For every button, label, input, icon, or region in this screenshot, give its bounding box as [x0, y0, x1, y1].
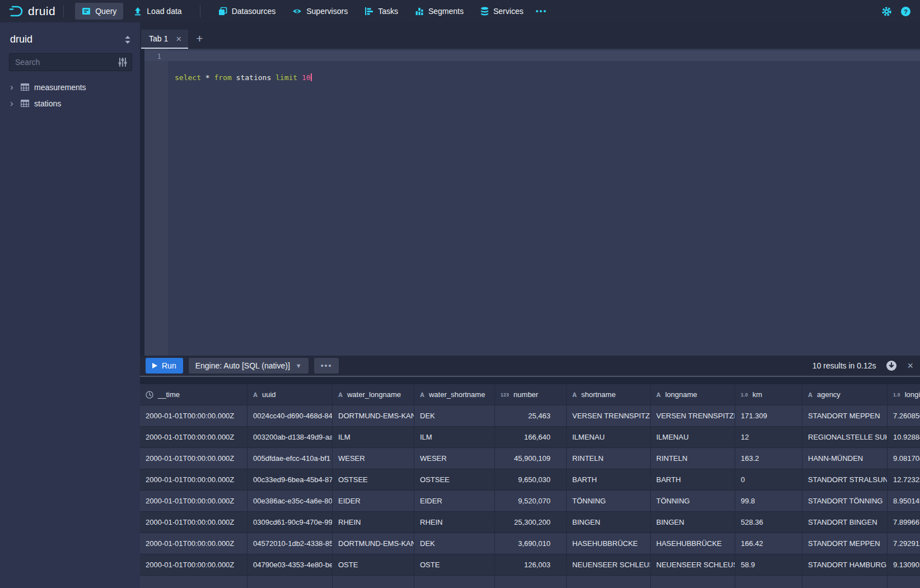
close-results-icon[interactable]: ×	[907, 361, 913, 371]
cell-water_shortname[interactable]: DEK	[414, 533, 495, 554]
sidebar-item-stations[interactable]: › stations	[9, 95, 132, 111]
sql-editor[interactable]: 1 select * from stations limit 10	[144, 49, 920, 356]
column-header-uuid[interactable]: Auuid	[247, 384, 333, 405]
run-button[interactable]: Run	[146, 358, 183, 374]
cell-__time[interactable]: 2000-01-01T00:00:00.000Z	[140, 554, 247, 576]
cell-km[interactable]: 58.9	[735, 554, 802, 576]
cell-longname[interactable]: NEUENSEER SCHLEUSEN	[651, 554, 735, 576]
cell-water_longname[interactable]: EIDER	[333, 491, 414, 512]
cell-shortname[interactable]: ILMENAU	[567, 427, 651, 448]
cell-agency[interactable]: STANDORT MEPPEN	[802, 533, 888, 554]
nav-item-services[interactable]: Services	[474, 3, 530, 20]
cell-longname[interactable]: RINTELN	[651, 448, 735, 469]
cell-__time[interactable]: 2000-01-01T00:00:00.000Z	[140, 448, 247, 469]
cell-uuid[interactable]: 0309cd61-90c9-470e-99	[247, 512, 333, 533]
cell-km[interactable]: 12	[735, 427, 802, 448]
cell-agency[interactable]: STANDORT MEPPEN	[802, 405, 888, 427]
cell-water_longname[interactable]: OSTSEE	[333, 469, 414, 491]
nav-item-tasks[interactable]: Tasks	[358, 3, 405, 20]
engine-select-button[interactable]: Engine: Auto [SQL (native)] ▼	[189, 358, 309, 374]
cell-longitude[interactable]: 7.260850	[888, 405, 920, 427]
sidebar-item-measurements[interactable]: › measurements	[9, 79, 132, 95]
cell-shortname[interactable]: BINGEN	[567, 512, 651, 533]
column-header-water_longname[interactable]: Awater_longname	[333, 384, 414, 405]
cell-__time[interactable]: 2000-01-01T00:00:00.000Z	[140, 491, 247, 512]
help-icon[interactable]: ?	[900, 6, 911, 17]
nav-item-supervisors[interactable]: Supervisors	[286, 3, 354, 20]
cell-longname[interactable]: BARTH	[651, 469, 735, 491]
settings-gear-icon[interactable]	[881, 6, 892, 17]
cell-uuid[interactable]: 003200ab-d138-49d9-aa	[247, 427, 333, 448]
cell-longname[interactable]: HASEHUBBRÜCKE	[651, 533, 735, 554]
cell-shortname[interactable]: HASEHUBBRÜCKE	[567, 533, 651, 554]
cell-uuid[interactable]: 00e386ac-e35c-4a6e-80	[247, 491, 333, 512]
cell-__time[interactable]: 2000-01-01T00:00:00.000Z	[140, 427, 247, 448]
cell-longitude[interactable]: 7.899667	[888, 512, 920, 533]
cell-water_longname[interactable]: WESER	[333, 448, 414, 469]
cell-water_shortname[interactable]: OSTSEE	[414, 469, 495, 491]
cell-number[interactable]: 25,463	[495, 405, 567, 427]
cell-number[interactable]: 166,640	[495, 427, 567, 448]
cell-water_longname[interactable]: DORTMUND-EMS-KANA	[333, 405, 414, 427]
cell-longitude[interactable]: 10.928843	[888, 427, 920, 448]
cell-longitude[interactable]: 9.130902	[888, 554, 920, 576]
cell-uuid[interactable]: 005dfdae-efcc-410a-bf1	[247, 448, 333, 469]
column-header-longname[interactable]: Alongname	[651, 384, 735, 405]
cell-km[interactable]: 528.36	[735, 512, 802, 533]
double-caret-icon[interactable]	[124, 36, 131, 44]
cell-number[interactable]: 3,690,010	[495, 533, 567, 554]
nav-more-button[interactable]: •••	[530, 3, 553, 20]
cell-water_shortname[interactable]: WESER	[414, 448, 495, 469]
cell-longname[interactable]: ILMENAU	[651, 427, 735, 448]
chevron-right-icon[interactable]: ›	[10, 99, 16, 108]
cell-longitude[interactable]: 7.292912	[888, 533, 920, 554]
column-header-__time[interactable]: __time	[140, 384, 247, 405]
cell-water_longname[interactable]: ILM	[333, 427, 414, 448]
cell-longname[interactable]: TÖNNING	[651, 491, 735, 512]
tab-tab1[interactable]: Tab 1 ×	[141, 30, 188, 49]
cell-__time[interactable]: 2000-01-01T00:00:00.000Z	[140, 512, 247, 533]
query-more-button[interactable]: •••	[314, 358, 339, 374]
cell-__time[interactable]: 2000-01-01T00:00:00.000Z	[140, 405, 247, 427]
cell-longitude[interactable]: 9.081704	[888, 448, 920, 469]
cell-longitude[interactable]: 8.950149	[888, 491, 920, 512]
download-results-icon[interactable]	[886, 360, 897, 371]
editor-code-area[interactable]: select * from stations limit 10	[168, 49, 920, 356]
column-header-km[interactable]: 1.0km	[735, 384, 802, 405]
cell-water_shortname[interactable]: ILM	[414, 427, 495, 448]
cell-__time[interactable]: 2000-01-01T00:00:00.000Z	[140, 469, 247, 491]
cell-water_longname[interactable]: DORTMUND-EMS-KANA	[333, 533, 414, 554]
cell-uuid[interactable]: 0024cc40-d690-468d-84	[247, 405, 333, 427]
cell-water_longname[interactable]: RHEIN	[333, 512, 414, 533]
nav-item-query[interactable]: Query	[75, 3, 123, 20]
cell-number[interactable]: 25,300,200	[495, 512, 567, 533]
column-header-longitude[interactable]: 1.0longitude	[888, 384, 920, 405]
cell-agency[interactable]: STANDORT HAMBURG	[802, 554, 888, 576]
cell-__time[interactable]: 2000-01-01T00:00:00.000Z	[140, 533, 247, 554]
cell-agency[interactable]: STANDORT STRALSUND	[802, 469, 888, 491]
search-input[interactable]	[9, 53, 132, 71]
cell-agency[interactable]: REGIONALSTELLE SUHL	[802, 427, 888, 448]
cell-number[interactable]: 45,900,109	[495, 448, 567, 469]
cell-km[interactable]: 171.309	[735, 405, 802, 427]
cell-longname[interactable]: BINGEN	[651, 512, 735, 533]
cell-uuid[interactable]: 00c33ed9-6bea-45b4-87	[247, 469, 333, 491]
tab-close-icon[interactable]: ×	[176, 34, 181, 44]
cell-km[interactable]: 0	[735, 469, 802, 491]
cell-uuid[interactable]: 04572010-1db2-4338-85	[247, 533, 333, 554]
schema-selector[interactable]: druid	[9, 30, 132, 53]
cell-number[interactable]: 126,003	[495, 554, 567, 576]
chevron-right-icon[interactable]: ›	[10, 82, 16, 92]
druid-logo[interactable]: druid	[9, 4, 55, 18]
nav-item-load-data[interactable]: Load data	[127, 3, 188, 20]
cell-shortname[interactable]: TÖNNING	[567, 491, 651, 512]
cell-water_longname[interactable]: OSTE	[333, 554, 414, 576]
cell-number[interactable]: 9,520,070	[495, 491, 567, 512]
cell-water_shortname[interactable]: DEK	[414, 405, 495, 427]
column-header-agency[interactable]: Aagency	[802, 384, 888, 405]
cell-agency[interactable]: STANDORT BINGEN	[802, 512, 888, 533]
cell-water_shortname[interactable]: OSTE	[414, 554, 495, 576]
cell-agency[interactable]: HANN-MÜNDEN	[802, 448, 888, 469]
cell-km[interactable]: 166.42	[735, 533, 802, 554]
cell-longname[interactable]: VERSEN TRENNSPITZE	[651, 405, 735, 427]
